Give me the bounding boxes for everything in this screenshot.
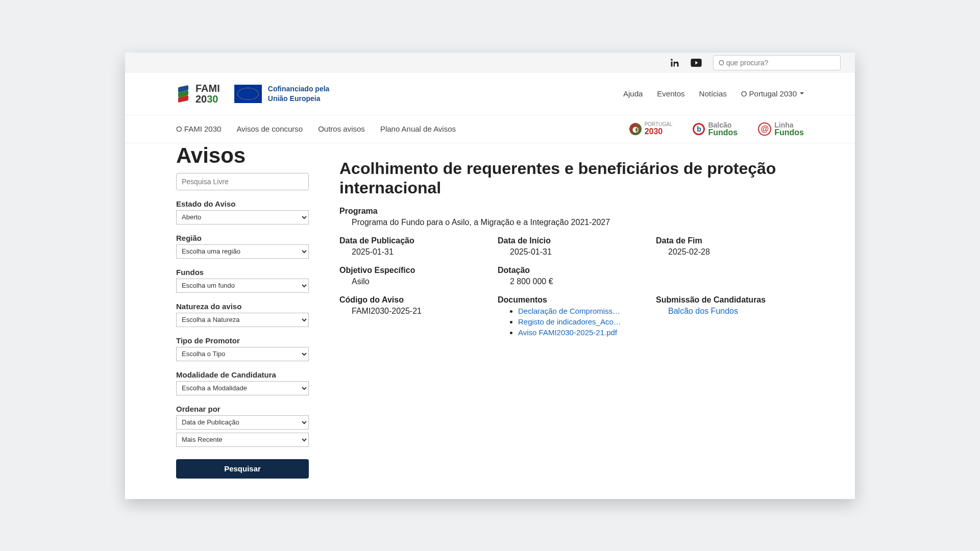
section-obj: Objetivo Específico Asilo bbox=[339, 266, 487, 286]
doc-link-1[interactable]: Declaração de Compromiss… bbox=[518, 307, 646, 315]
section-data-fim: Data de Fim 2025-02-28 bbox=[656, 236, 804, 257]
youtube-icon[interactable] bbox=[691, 59, 702, 67]
dot-value: 2 800 000 € bbox=[498, 277, 646, 286]
portugal2030-icon: ◐ bbox=[629, 123, 642, 135]
detail-title: Acolhimento de requerentes e beneficiári… bbox=[339, 159, 804, 198]
app-frame: FAMI 2030 Cofinanciado pela União Europe… bbox=[125, 53, 855, 499]
filter-modalidade: Modalidade de Candidatura Escolha a Moda… bbox=[176, 370, 309, 395]
linha-icon: @ bbox=[758, 122, 771, 136]
subheader: O FAMI 2030 Avisos de concurso Outros av… bbox=[125, 115, 855, 143]
filter-natureza: Natureza do aviso Escolha a Natureza bbox=[176, 302, 309, 327]
filter-promotor filter: Tipo de Promotor Escolha o Tipo bbox=[176, 336, 309, 361]
nav-eventos[interactable]: Eventos bbox=[657, 89, 684, 98]
filter-estado-label: Estado do Aviso bbox=[176, 199, 309, 208]
nav-noticias[interactable]: Notícias bbox=[699, 89, 727, 98]
top-search-input[interactable] bbox=[713, 55, 841, 70]
subnav-avisos[interactable]: Avisos de concurso bbox=[236, 124, 303, 133]
section-sub: Submissão de Candidaturas Balcão dos Fun… bbox=[656, 295, 804, 339]
dot-label: Dotação bbox=[498, 266, 646, 275]
section-cod: Código do Aviso FAMI2030-2025-21 bbox=[339, 295, 487, 339]
logo-balcao-fundos[interactable]: b BalcãoFundos bbox=[693, 121, 738, 137]
linkedin-icon[interactable] bbox=[670, 58, 679, 67]
data-fim-value: 2025-02-28 bbox=[656, 247, 804, 257]
doc-link-2[interactable]: Registo de indicadores_Aco… bbox=[518, 317, 646, 326]
section-docs: Documentos Declaração de Compromiss… Reg… bbox=[498, 295, 646, 339]
filter-fundos-select[interactable]: Escolha um fundo bbox=[176, 279, 309, 293]
eu-text-2: União Europeia bbox=[268, 94, 330, 103]
sub-link[interactable]: Balcão dos Fundos bbox=[656, 307, 804, 316]
filter-promotor-label: Tipo de Promotor bbox=[176, 336, 309, 345]
nav-ajuda[interactable]: Ajuda bbox=[623, 89, 643, 98]
header: FAMI 2030 Cofinanciado pela União Europe… bbox=[125, 73, 855, 115]
eu-flag-icon bbox=[234, 85, 262, 103]
fami-30: 30 bbox=[207, 93, 218, 105]
spacer-col bbox=[656, 266, 804, 286]
balcao-icon: b bbox=[693, 123, 705, 135]
svg-point-1 bbox=[671, 59, 673, 61]
fami-logo[interactable]: FAMI 2030 bbox=[176, 83, 220, 105]
filter-ordenar-dir-select[interactable]: Mais Recente bbox=[176, 433, 309, 447]
filter-regiao-label: Região bbox=[176, 234, 309, 242]
filter-ordenar: Ordenar por Data de Publicação Mais Rece… bbox=[176, 405, 309, 450]
obj-label: Objetivo Específico bbox=[339, 266, 487, 275]
logo-linha-fundos[interactable]: @ LinhaFundos bbox=[758, 121, 804, 137]
data-ini-label: Data de Início bbox=[498, 236, 646, 245]
eu-logo: Cofinanciado pela União Europeia bbox=[234, 84, 330, 103]
sidebar-title: Avisos bbox=[176, 143, 309, 168]
sub-label: Submissão de Candidaturas bbox=[656, 295, 804, 305]
filter-natureza-select[interactable]: Escolha a Natureza bbox=[176, 313, 309, 327]
balcao-t2: Fundos bbox=[708, 129, 738, 137]
filter-fundos: Fundos Escolha um fundo bbox=[176, 268, 309, 293]
topbar bbox=[125, 53, 855, 73]
logo-group: FAMI 2030 Cofinanciado pela União Europe… bbox=[176, 83, 329, 105]
sidebar: Avisos Estado do Aviso Aberto Região Esc… bbox=[176, 143, 309, 479]
filter-ordenar-field-select[interactable]: Data de Publicação bbox=[176, 415, 309, 430]
programa-value: Programa do Fundo para o Asilo, a Migraç… bbox=[339, 218, 804, 227]
filter-promotor-select[interactable]: Escolha o Tipo bbox=[176, 347, 309, 361]
subnav-ofami[interactable]: O FAMI 2030 bbox=[176, 124, 221, 133]
fami-line1: FAMI bbox=[195, 83, 220, 94]
filter-estado: Estado do Aviso Aberto bbox=[176, 199, 309, 224]
filter-regiao: Região Escolha uma região bbox=[176, 234, 309, 259]
data-ini-value: 2025-01-31 bbox=[498, 247, 646, 257]
fami-icon bbox=[176, 85, 190, 103]
linha-t1: Linha bbox=[774, 121, 804, 129]
free-search-input[interactable] bbox=[176, 173, 309, 190]
data-fim-label: Data de Fim bbox=[656, 236, 804, 245]
filter-fundos-label: Fundos bbox=[176, 268, 309, 277]
fami-20: 20 bbox=[195, 93, 207, 105]
eu-text-1: Cofinanciado pela bbox=[268, 84, 330, 93]
section-programa: Programa Programa do Fundo para o Asilo,… bbox=[339, 207, 804, 227]
cod-label: Código do Aviso bbox=[339, 295, 487, 305]
filter-estado-select[interactable]: Aberto bbox=[176, 210, 309, 224]
p2030-main: 2030 bbox=[645, 127, 663, 136]
filter-modalidade-select[interactable]: Escolha a Modalidade bbox=[176, 381, 309, 395]
logo-portugal2030[interactable]: ◐ PORTUGAL2030 bbox=[629, 122, 673, 136]
section-dot: Dotação 2 800 000 € bbox=[498, 266, 646, 286]
filter-ordenar-label: Ordenar por bbox=[176, 405, 309, 413]
nav-portugal2030[interactable]: O Portugal 2030 bbox=[741, 89, 804, 98]
detail-panel: Acolhimento de requerentes e beneficiári… bbox=[339, 143, 804, 479]
svg-rect-0 bbox=[671, 61, 673, 66]
filter-natureza-label: Natureza do aviso bbox=[176, 302, 309, 311]
balcao-t1: Balcão bbox=[708, 121, 738, 129]
subnav-plano[interactable]: Plano Anual de Avisos bbox=[380, 124, 456, 133]
programa-label: Programa bbox=[339, 207, 804, 216]
data-pub-label: Data de Publicação bbox=[339, 236, 487, 245]
filter-modalidade-label: Modalidade de Candidatura bbox=[176, 370, 309, 379]
subnav-outros[interactable]: Outros avisos bbox=[318, 124, 365, 133]
search-button[interactable]: Pesquisar bbox=[176, 459, 309, 479]
obj-value: Asilo bbox=[339, 277, 487, 286]
sub-nav: O FAMI 2030 Avisos de concurso Outros av… bbox=[176, 124, 456, 133]
doc-label: Documentos bbox=[498, 295, 646, 305]
main-nav: Ajuda Eventos Notícias O Portugal 2030 bbox=[623, 89, 804, 98]
linha-t2: Fundos bbox=[774, 129, 804, 137]
cod-value: FAMI2030-2025-21 bbox=[339, 307, 487, 316]
doc-link-3[interactable]: Aviso FAMI2030-2025-21.pdf bbox=[518, 328, 646, 337]
data-pub-value: 2025-01-31 bbox=[339, 247, 487, 257]
content: Avisos Estado do Aviso Aberto Região Esc… bbox=[125, 143, 855, 499]
section-data-pub: Data de Publicação 2025-01-31 bbox=[339, 236, 487, 257]
filter-regiao-select[interactable]: Escolha uma região bbox=[176, 244, 309, 259]
partner-logos: ◐ PORTUGAL2030 b BalcãoFundos @ LinhaFun… bbox=[629, 121, 804, 137]
section-data-ini: Data de Início 2025-01-31 bbox=[498, 236, 646, 257]
